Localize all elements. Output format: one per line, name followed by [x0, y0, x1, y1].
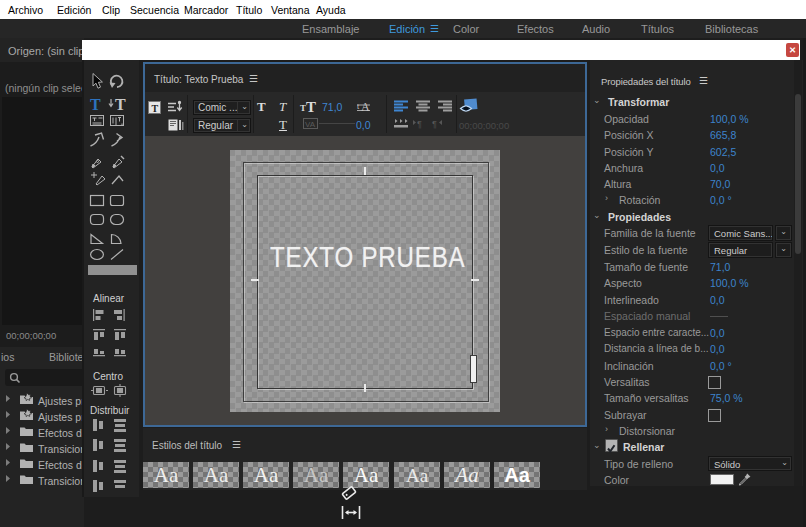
svg-text:¶: ¶ — [432, 119, 437, 129]
svg-text:Centro: Centro — [93, 371, 123, 382]
svg-text:¶: ¶ — [417, 119, 422, 129]
svg-text:T: T — [90, 96, 101, 113]
svg-text:T: T — [115, 96, 126, 113]
svg-text:Alinear: Alinear — [93, 293, 125, 304]
svg-text:VA: VA — [305, 120, 316, 129]
svg-text:A: A — [361, 100, 370, 114]
svg-text:T: T — [306, 99, 316, 115]
svg-text:T: T — [152, 103, 159, 114]
svg-text:t: t — [357, 102, 360, 111]
svg-text:Distribuir: Distribuir — [90, 405, 130, 416]
